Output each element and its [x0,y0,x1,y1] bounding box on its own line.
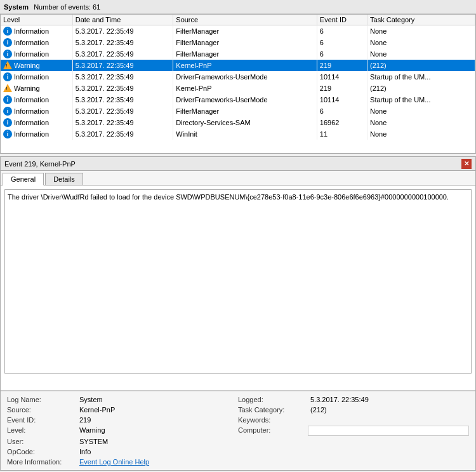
cell-source: Directory-Services-SAM [173,117,317,128]
table-row[interactable]: iInformation5.3.2017. 22:35:49Directory-… [1,117,475,128]
table-row[interactable]: iInformation5.3.2017. 22:35:49FilterMana… [1,37,475,48]
col-header-taskcategory[interactable]: Task Category [367,15,475,25]
cell-level: iInformation [1,48,72,60]
info-icon: i [3,72,12,81]
level-text: Information [14,50,49,58]
title-bar: System Number of events: 61 [0,0,476,14]
more-info-link[interactable]: Event Log Online Help [77,457,238,466]
cell-eventId: 10114 [317,71,367,83]
cell-level: iInformation [1,25,72,37]
keywords-label: Keywords: [238,415,308,424]
source-value: Kernel-PnP [77,405,238,414]
table-row[interactable]: iInformation5.3.2017. 22:35:49FilterMana… [1,25,475,37]
tab-details[interactable]: Details [45,173,83,185]
message-box: The driver \Driver\WudfRd failed to load… [4,189,472,374]
cell-level: iInformation [1,117,72,128]
cell-taskCategory: None [367,105,475,117]
more-info-label: More Information: [7,457,77,466]
task-category-value: (212) [308,405,469,414]
col-header-eventid[interactable]: Event ID [317,15,367,25]
logged-value: 5.3.2017. 22:35:49 [308,395,469,404]
level-value: Warning [77,426,238,436]
table-row[interactable]: iInformation5.3.2017. 22:35:49DriverFram… [1,71,475,83]
tab-general[interactable]: General [3,173,44,185]
level-text: Warning [14,62,40,69]
level-label: Level: [7,426,77,436]
opcode-label: OpCode: [7,447,77,456]
table-row[interactable]: iInformation5.3.2017. 22:35:49FilterMana… [1,105,475,117]
table-row[interactable]: iInformation5.3.2017. 22:35:49WinInit11N… [1,128,475,140]
event-detail-panel: Event 219, Kernel-PnP ✕ General Details … [0,156,476,471]
level-text: Information [14,73,49,81]
cell-source: WinInit [173,128,317,140]
col-header-level[interactable]: Level [1,15,72,25]
empty-2 [308,437,469,446]
title-bar-event-count: Number of events: 61 [34,3,100,11]
cell-level: iInformation [1,94,72,105]
opcode-value: Info [77,447,238,456]
event-detail-title-text: Event 219, Kernel-PnP [4,160,76,168]
empty-4 [308,447,469,456]
task-category-label: Task Category: [238,405,308,414]
cell-eventId: 219 [317,60,367,71]
cell-eventId: 6 [317,37,367,48]
cell-datetime: 5.3.2017. 22:35:49 [72,48,173,60]
keywords-value [308,415,469,424]
cell-source: FilterManager [173,25,317,37]
title-bar-title: System [4,3,29,11]
cell-level: iInformation [1,105,72,117]
cell-datetime: 5.3.2017. 22:35:49 [72,60,173,71]
empty-1 [238,437,308,446]
source-label: Source: [7,405,77,414]
cell-datetime: 5.3.2017. 22:35:49 [72,117,173,128]
properties-grid: Log Name: System Logged: 5.3.2017. 22:35… [7,395,469,466]
close-button[interactable]: ✕ [461,159,472,169]
message-area: The driver \Driver\WudfRd failed to load… [1,185,475,391]
event-detail-title-bar: Event 219, Kernel-PnP ✕ [1,157,475,171]
table-row[interactable]: iInformation5.3.2017. 22:35:49DriverFram… [1,94,475,105]
level-text: Information [14,130,49,138]
log-name-value: System [77,395,238,404]
computer-label: Computer: [238,426,308,436]
table-row[interactable]: Warning5.3.2017. 22:35:49Kernel-PnP219(2… [1,60,475,71]
col-header-source[interactable]: Source [173,15,317,25]
cell-level: iInformation [1,37,72,48]
cell-taskCategory: None [367,37,475,48]
level-text: Information [14,107,49,115]
event-table: Level Date and Time Source Event ID Task… [1,15,475,140]
info-icon: i [3,50,12,58]
cell-datetime: 5.3.2017. 22:35:49 [72,83,173,94]
cell-eventId: 10114 [317,94,367,105]
cell-datetime: 5.3.2017. 22:35:49 [72,94,173,105]
cell-eventId: 6 [317,25,367,37]
tabs-bar: General Details [1,171,475,185]
level-text: Warning [14,84,40,92]
user-value: SYSTEM [77,437,238,446]
info-icon: i [3,95,12,104]
cell-eventId: 6 [317,48,367,60]
info-icon: i [3,27,12,36]
cell-level: iInformation [1,71,72,83]
cell-source: DriverFrameworks-UserMode [173,71,317,83]
cell-datetime: 5.3.2017. 22:35:49 [72,37,173,48]
info-icon: i [3,130,12,138]
table-row[interactable]: iInformation5.3.2017. 22:35:49FilterMana… [1,48,475,60]
table-body: iInformation5.3.2017. 22:35:49FilterMana… [1,25,475,140]
table-row[interactable]: Warning5.3.2017. 22:35:49Kernel-PnP219(2… [1,83,475,94]
table-header-row: Level Date and Time Source Event ID Task… [1,15,475,25]
col-header-datetime[interactable]: Date and Time [72,15,173,25]
cell-level: iInformation [1,128,72,140]
cell-taskCategory: Startup of the UM... [367,94,475,105]
cell-taskCategory: Startup of the UM... [367,71,475,83]
cell-taskCategory: None [367,25,475,37]
properties-section: Log Name: System Logged: 5.3.2017. 22:35… [1,391,475,470]
cell-taskCategory: None [367,117,475,128]
cell-source: FilterManager [173,48,317,60]
cell-eventId: 6 [317,105,367,117]
event-id-label: Event ID: [7,415,77,424]
level-text: Information [14,27,49,35]
cell-source: FilterManager [173,37,317,48]
cell-datetime: 5.3.2017. 22:35:49 [72,105,173,117]
cell-taskCategory: None [367,128,475,140]
cell-eventId: 16962 [317,117,367,128]
